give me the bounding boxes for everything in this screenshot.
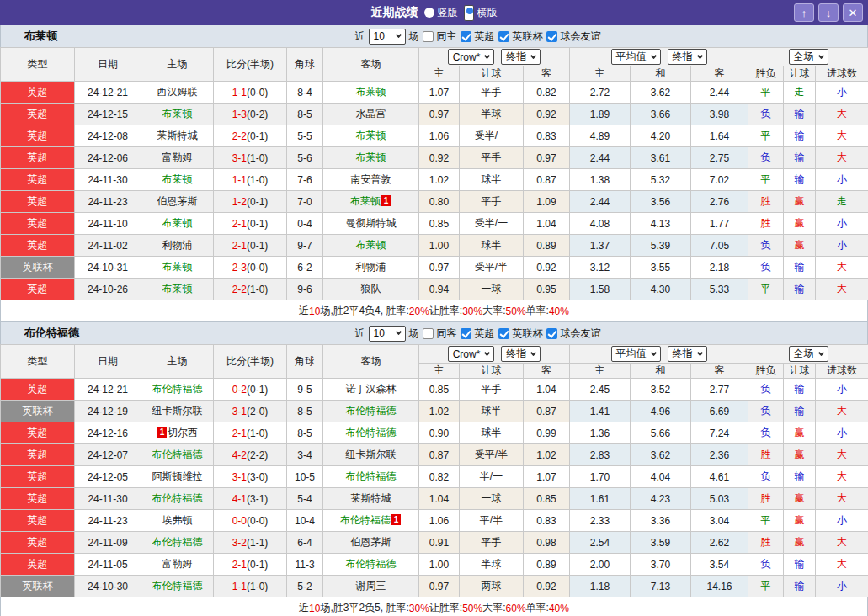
same-venue-checkbox[interactable] [423, 31, 434, 42]
result-goals-cell: 大 [816, 125, 868, 147]
team-label: 谢周三 [356, 580, 386, 592]
result-goals-cell: 大 [816, 532, 868, 554]
move-down-button[interactable]: ↓ [818, 3, 839, 22]
result-scope-select[interactable]: 全场 [789, 346, 828, 362]
score-cell: 0-0(0-0) [214, 510, 287, 532]
odds-home-cell: 3.12 [570, 257, 631, 279]
team-label: 曼彻斯特城 [346, 217, 397, 229]
match-type-cell: 英超 [1, 235, 75, 257]
summary-text: 50% [462, 603, 482, 614]
odds-final-select[interactable]: 终指 [668, 49, 707, 65]
result-handicap-cell: 赢 [784, 213, 816, 235]
team-label: 伯恩茅斯 [157, 195, 198, 207]
home-team-cell: 布伦特福德 [141, 576, 214, 597]
result-handicap-cell: 输 [784, 379, 816, 401]
corner-cell: 10-4 [287, 510, 323, 532]
result-goals-cell: 大 [816, 147, 868, 169]
odds-away-cell: 3.04 [691, 510, 748, 532]
near-label: 近 [355, 327, 365, 341]
team-label: 纽卡斯尔联 [346, 449, 397, 460]
filter-bar: 布伦特福德 近 10 场 同客 英超 英联杯 球会友谊 [0, 322, 868, 344]
match-type-cell: 英超 [1, 125, 75, 147]
handicap-source-select[interactable]: Crow* [448, 346, 495, 362]
result-goals-cell: 大 [816, 401, 868, 422]
away-team-cell: 布伦特福德 [323, 401, 419, 422]
radio-horizontal-icon[interactable] [464, 5, 474, 21]
match-date-cell: 24-11-02 [75, 235, 141, 257]
handicap-home-odds-cell: 0.85 [419, 379, 460, 401]
match-row: 英超24-12-15布莱顿1-3(0-2)8-5水晶宫0.97半球0.921.8… [1, 104, 868, 125]
summary-text: 近 [299, 601, 309, 615]
result-handicap-cell: 赢 [784, 488, 816, 510]
col-header-odds-draw: 和 [631, 364, 691, 379]
result-handicap-cell: 输 [784, 257, 816, 279]
odds-final-select[interactable]: 终指 [668, 346, 707, 362]
handicap-away-odds-cell: 1.07 [524, 466, 570, 488]
odds-away-cell: 2.36 [691, 444, 748, 466]
league-checkbox-cup[interactable] [498, 328, 509, 339]
team-label: 布莱顿 [356, 151, 386, 163]
corner-cell: 11-3 [287, 554, 323, 576]
corner-cell: 8-5 [287, 401, 323, 422]
league-checkbox-friendly[interactable] [546, 31, 557, 42]
handicap-away-odds-cell: 0.85 [524, 488, 570, 510]
result-wdl-cell: 胜 [748, 213, 784, 235]
match-count-select[interactable]: 10 [369, 29, 406, 45]
match-date-cell: 24-10-30 [75, 576, 141, 597]
odds-home-cell: 1.37 [570, 235, 631, 257]
league-checkbox-premier[interactable] [461, 31, 471, 42]
result-handicap-cell: 输 [784, 466, 816, 488]
corner-cell: 8-5 [287, 422, 323, 444]
home-team-cell: 利物浦 [141, 235, 214, 257]
radio-vertical-icon[interactable] [424, 8, 434, 18]
col-header-odds-home: 主 [570, 66, 631, 82]
handicap-line-cell: 一球 [460, 488, 524, 510]
odds-home-cell: 1.41 [570, 401, 631, 422]
col-header-handicap-home: 主 [419, 364, 460, 379]
match-row: 英超24-11-10布莱顿2-1(0-1)0-4曼彻斯特城0.85受半/一1.0… [1, 213, 868, 235]
match-type-cell: 英超 [1, 444, 75, 466]
near-label: 近 [355, 29, 365, 44]
summary-text: 大率: [482, 601, 505, 615]
odds-draw-cell: 3.59 [631, 532, 691, 554]
summary-text: 60% [506, 603, 526, 614]
odds-source-select[interactable]: 平均值 [611, 49, 661, 65]
match-row: 英超24-11-02利物浦2-1(0-1)9-7布莱顿1.00球半0.891.3… [1, 235, 868, 257]
layout-radio-vertical[interactable]: 竖版 [424, 6, 458, 20]
match-type-cell: 英超 [1, 104, 75, 125]
close-button[interactable]: ✕ [843, 3, 863, 22]
red-card-badge: 1 [381, 195, 391, 206]
team-label: 布伦特福德 [346, 558, 397, 570]
layout-radio-horizontal[interactable]: 横版 [464, 5, 498, 21]
handicap-final-select[interactable]: 终指 [501, 49, 541, 65]
result-scope-select[interactable]: 全场 [789, 49, 828, 65]
result-goals-cell: 小 [816, 235, 868, 257]
home-team-cell: 纽卡斯尔联 [141, 401, 214, 422]
unit-label: 场 [409, 327, 419, 341]
home-team-cell: 富勒姆 [141, 147, 214, 169]
match-date-cell: 24-11-23 [75, 510, 141, 532]
score-cell: 3-1(1-0) [214, 147, 287, 169]
team-section: 布莱顿 近 10 场 同主 英超 英联杯 球会友谊 [0, 25, 868, 322]
league-checkbox-friendly[interactable] [546, 328, 557, 339]
handicap-source-select[interactable]: Crow* [448, 49, 495, 65]
move-up-button[interactable]: ↑ [794, 3, 814, 22]
home-team-cell: 布莱顿 [141, 104, 214, 125]
same-venue-checkbox[interactable] [423, 328, 434, 339]
handicap-final-select[interactable]: 终指 [501, 346, 541, 362]
handicap-home-odds-cell: 1.02 [419, 401, 460, 422]
result-wdl-cell: 平 [748, 576, 784, 597]
match-date-cell: 24-11-10 [75, 213, 141, 235]
score-cell: 4-2(2-2) [214, 444, 287, 466]
league-checkbox-cup[interactable] [498, 31, 509, 42]
handicap-home-odds-cell: 0.90 [419, 422, 460, 444]
col-header-away: 客场 [323, 345, 419, 379]
odds-source-select[interactable]: 平均值 [611, 346, 661, 362]
title-group: 近期战绩 竖版 横版 [371, 5, 498, 21]
match-count-select[interactable]: 10 [369, 326, 406, 342]
match-row: 英超24-12-21布伦特福德0-2(0-1)9-5诺丁汉森林0.85平手1.0… [1, 379, 868, 401]
league-checkbox-premier[interactable] [461, 328, 471, 339]
col-header-result-handicap: 让球 [784, 364, 816, 379]
result-goals-cell: 大 [816, 488, 868, 510]
match-row: 英超24-12-05阿斯顿维拉3-1(3-0)10-5布伦特福德0.82半/一1… [1, 466, 868, 488]
